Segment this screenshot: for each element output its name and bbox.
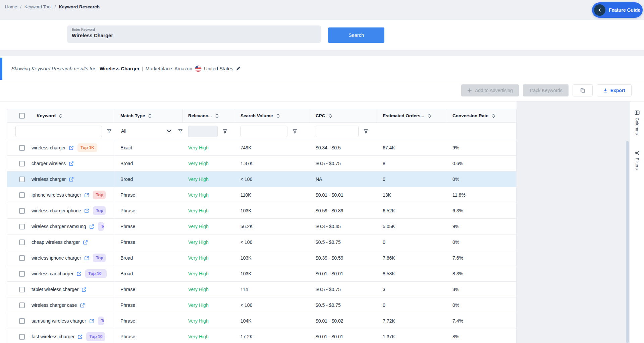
relevance-cell: Very High bbox=[183, 266, 235, 281]
rank-badge: Top 1K bbox=[77, 143, 97, 152]
cpc-cell: $0.5 - $0.75 bbox=[310, 234, 377, 250]
filter-icon[interactable] bbox=[364, 129, 368, 134]
row-checkbox[interactable] bbox=[19, 161, 25, 166]
results-keyword: Wireless Charger bbox=[100, 66, 140, 71]
accent-bar bbox=[0, 58, 2, 80]
table-row[interactable]: iphone wireless charger Top Phrase Very … bbox=[7, 187, 516, 203]
row-checkbox[interactable] bbox=[19, 255, 25, 261]
add-to-advertising-button[interactable]: Add to Advertising bbox=[461, 84, 519, 96]
header-match-type[interactable]: Match Type bbox=[115, 109, 183, 122]
estimated-orders-cell: 8 bbox=[377, 156, 447, 171]
filter-icon[interactable] bbox=[107, 129, 112, 134]
rank-badge: Top bbox=[98, 222, 104, 231]
estimated-orders-cell: 7.72K bbox=[377, 313, 447, 329]
estimated-orders-cell: 8.58K bbox=[377, 266, 447, 281]
header-cpc[interactable]: CPC bbox=[310, 109, 377, 122]
external-link-icon[interactable] bbox=[89, 319, 94, 324]
row-checkbox[interactable] bbox=[19, 208, 25, 214]
external-link-icon[interactable] bbox=[83, 240, 88, 245]
results-bar: Showing Keyword Research results for: Wi… bbox=[0, 56, 644, 81]
table-row[interactable]: wireless charger case Phrase Very High <… bbox=[7, 297, 516, 313]
table-row[interactable]: samsung wireless charger Top Phrase Very… bbox=[7, 313, 516, 329]
feature-guide-label: Feature Guide bbox=[609, 7, 640, 13]
row-checkbox[interactable] bbox=[19, 271, 25, 277]
row-checkbox[interactable] bbox=[19, 334, 25, 340]
external-link-icon[interactable] bbox=[84, 208, 89, 213]
external-link-icon[interactable] bbox=[69, 161, 74, 166]
conversion-rate-cell: 6.3% bbox=[447, 203, 516, 218]
keyword-cell: wireless charger Top 1K bbox=[7, 140, 115, 155]
filter-icon[interactable] bbox=[292, 129, 297, 134]
keyword-text: wireless charger samsung bbox=[32, 224, 86, 229]
table-row[interactable]: wireless iphone charger Top Broad Very H… bbox=[7, 250, 516, 266]
cpc-cell: $0.34 - $0.5 bbox=[310, 140, 377, 155]
keyword-filter-input[interactable] bbox=[15, 126, 102, 137]
relevance-cell: Very High bbox=[183, 203, 235, 218]
edit-pencil-icon[interactable] bbox=[236, 66, 241, 71]
row-checkbox[interactable] bbox=[19, 177, 25, 182]
external-link-icon[interactable] bbox=[69, 145, 74, 150]
header-cpc-label: CPC bbox=[316, 113, 325, 118]
header-search-volume[interactable]: Search Volume bbox=[235, 109, 310, 122]
external-link-icon[interactable] bbox=[69, 177, 74, 182]
row-checkbox[interactable] bbox=[19, 239, 25, 245]
external-link-icon[interactable] bbox=[84, 193, 89, 198]
row-checkbox[interactable] bbox=[19, 224, 25, 229]
keyword-cell: fast wireless charger Top 10 bbox=[7, 329, 115, 343]
cpc-filter-input[interactable] bbox=[316, 126, 359, 137]
external-link-icon[interactable] bbox=[89, 224, 94, 229]
row-checkbox[interactable] bbox=[19, 145, 25, 151]
external-link-icon[interactable] bbox=[76, 271, 82, 276]
table-row[interactable]: fast wireless charger Top 10 Phrase Very… bbox=[7, 329, 516, 343]
external-link-icon[interactable] bbox=[82, 287, 87, 292]
select-all-checkbox[interactable] bbox=[19, 113, 25, 119]
table-row[interactable]: wireless car charger Top 10 Broad Very H… bbox=[7, 266, 516, 282]
track-keywords-button[interactable]: Track Keywords bbox=[523, 84, 569, 96]
external-link-icon[interactable] bbox=[77, 334, 83, 339]
header-conversion-rate[interactable]: Conversion Rate bbox=[447, 109, 516, 122]
header-estimated-orders[interactable]: Estimated Orders... bbox=[377, 109, 447, 122]
header-conversion-rate-label: Conversion Rate bbox=[452, 113, 488, 118]
tab-columns-label: Columns bbox=[635, 118, 640, 135]
breadcrumb-home[interactable]: Home bbox=[5, 4, 17, 9]
header-keyword[interactable]: Keyword bbox=[7, 109, 115, 122]
results-marketplace: Marketplace: Amazon bbox=[146, 66, 192, 71]
breadcrumb-keyword-tool[interactable]: Keyword Tool bbox=[24, 4, 52, 9]
row-checkbox[interactable] bbox=[19, 302, 25, 308]
main-content: Add to Advertising Track Keywords Export bbox=[0, 81, 644, 343]
search-input[interactable] bbox=[72, 32, 316, 38]
match-type-cell: Phrase bbox=[115, 297, 183, 313]
row-checkbox[interactable] bbox=[19, 318, 25, 324]
table-row[interactable]: charger wireless Broad Very High 1.37K $… bbox=[7, 156, 516, 172]
estimated-orders-cell: 7.86K bbox=[377, 250, 447, 266]
match-type-cell: Broad bbox=[115, 156, 183, 171]
search-button[interactable]: Search bbox=[328, 27, 384, 43]
match-type-select[interactable]: All bbox=[120, 126, 173, 137]
external-link-icon[interactable] bbox=[80, 303, 85, 308]
table-body: wireless charger Top 1K Exact Very High … bbox=[7, 140, 516, 343]
tab-filters[interactable]: Filters bbox=[635, 151, 640, 169]
filter-icon[interactable] bbox=[178, 129, 183, 134]
external-link-icon[interactable] bbox=[84, 256, 89, 261]
table-row[interactable]: tablet wireless charger Phrase Very High… bbox=[7, 282, 516, 297]
search-volume-filter-input[interactable] bbox=[240, 126, 287, 137]
feature-guide-button[interactable]: Feature Guide bbox=[592, 2, 643, 18]
filter-icon[interactable] bbox=[223, 129, 227, 134]
rank-badge: Top 10 bbox=[85, 269, 107, 278]
keyword-search-field[interactable]: Enter Keyword bbox=[67, 25, 321, 43]
export-button[interactable]: Export bbox=[597, 84, 632, 96]
table-row[interactable]: wireless charger Top 1K Exact Very High … bbox=[7, 140, 516, 156]
row-checkbox[interactable] bbox=[19, 287, 25, 292]
keyword-cell: cheap wireless charger bbox=[7, 234, 115, 250]
copy-button[interactable] bbox=[573, 84, 593, 96]
table-row[interactable]: cheap wireless charger Phrase Very High … bbox=[7, 234, 516, 250]
keyword-table: Keyword Match Type Relevanc... Search Vo… bbox=[7, 109, 517, 343]
table-row[interactable]: wireless charger samsung Top Phrase Very… bbox=[7, 219, 516, 234]
row-checkbox[interactable] bbox=[19, 192, 25, 198]
tab-columns[interactable]: Columns bbox=[635, 110, 640, 135]
table-row[interactable]: wireless charger iphone Top Phrase Very … bbox=[7, 203, 516, 219]
header-relevance[interactable]: Relevanc... bbox=[183, 109, 235, 122]
vertical-scrollbar[interactable] bbox=[626, 141, 629, 343]
conversion-rate-cell: 0% bbox=[447, 172, 516, 187]
table-row[interactable]: wireless charger Broad Very High < 100 N… bbox=[7, 172, 516, 187]
